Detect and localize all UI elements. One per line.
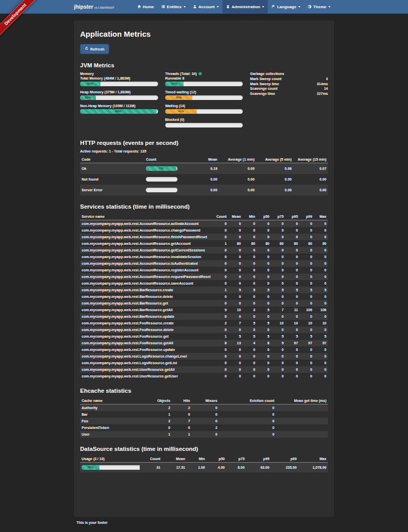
service-p95: 0 xyxy=(285,353,299,360)
service-p95: 0 xyxy=(285,346,299,353)
memory-bar-item: Heap Memory (375M / 1,883M) 20% xyxy=(80,90,158,100)
service-mean: 0 xyxy=(228,326,242,333)
service-p95: 0 xyxy=(285,273,299,280)
service-p95: 0 xyxy=(285,293,299,300)
chevron-down-icon xyxy=(262,6,264,8)
service-row: com.mycompany.myapp.web.rest.AccountReso… xyxy=(80,247,328,254)
service-name: com.mycompany.myapp.web.rest.FooResource… xyxy=(80,346,214,353)
brand[interactable]: jhipster v0.1-SNAPSHOT xyxy=(74,4,114,10)
gc-column: Garbage collections Mark Sweep count 3 M… xyxy=(250,72,328,132)
cache-misses: 0 xyxy=(192,431,219,438)
http-requests-summary: Active requests: 1 - Total requests: 135 xyxy=(80,149,328,153)
http-mean: 0.19 xyxy=(187,163,219,174)
service-min: 0 xyxy=(242,220,257,227)
gc-row: Mark Sweep time 314ms xyxy=(250,82,328,87)
nav-item-theme[interactable]: Theme xyxy=(304,0,334,13)
service-row: com.mycompany.myapp.web.rest.FooResource… xyxy=(80,333,328,340)
service-mean: 0 xyxy=(228,267,242,273)
service-max: 0 xyxy=(314,300,328,307)
service-mean: 0 xyxy=(228,300,242,307)
service-count: 0 xyxy=(214,366,228,373)
service-mean: 0 xyxy=(228,227,242,234)
cache-misses: 2 xyxy=(192,424,219,431)
service-max: 0 xyxy=(314,254,328,260)
gc-label: Scavenge time xyxy=(250,91,275,96)
service-mean: 0 xyxy=(228,234,242,240)
progress-bar: 26% xyxy=(80,82,158,86)
service-p50: 0 xyxy=(257,260,271,267)
thread-dump-icon[interactable] xyxy=(198,72,202,75)
refresh-button[interactable]: Refresh xyxy=(80,44,109,54)
service-count: 0 xyxy=(214,373,228,379)
service-p99: 5 xyxy=(299,333,314,340)
service-row: com.mycompany.myapp.web.rest.AccountReso… xyxy=(80,260,328,267)
cache-hits: 7 xyxy=(172,418,192,424)
service-name: com.mycompany.myapp.web.rest.AccountReso… xyxy=(80,260,214,267)
service-p95: 5 xyxy=(285,287,299,293)
service-p99: 10 xyxy=(299,320,314,326)
gc-value: 314ms xyxy=(317,82,328,87)
http-code: Server Error xyxy=(80,185,144,195)
col-objects: Objects xyxy=(149,397,172,404)
service-p95: 0 xyxy=(285,326,299,333)
service-name: com.mycompany.myapp.web.rest.AccountReso… xyxy=(80,234,214,240)
http-avg1: 0.00 xyxy=(219,174,256,185)
service-mean: 0 xyxy=(228,254,242,260)
col-avg5: Average (5 min) xyxy=(256,156,293,163)
service-p75: 0 xyxy=(271,273,285,280)
service-p99: 80 xyxy=(299,240,314,247)
http-avg5: 0.00 xyxy=(256,174,293,185)
service-p99: 106 xyxy=(299,307,314,313)
thread-bar-item: Blocked (0) xyxy=(165,118,243,128)
gc-value: 14 xyxy=(324,86,328,91)
nav-item-account[interactable]: Account xyxy=(189,0,222,13)
service-count: 0 xyxy=(214,234,228,240)
progress-bar: 35% xyxy=(165,95,243,100)
service-max: 106 xyxy=(314,307,328,313)
progress-fill: 41% xyxy=(165,109,197,114)
service-min: 0 xyxy=(242,273,257,280)
service-name: com.mycompany.myapp.web.rest.FooResource… xyxy=(80,326,214,333)
service-min: 5 xyxy=(242,333,257,340)
http-code: Not found xyxy=(80,174,144,185)
nav-item-entities[interactable]: Entities xyxy=(158,0,189,13)
service-p99: 0 xyxy=(299,326,314,333)
service-row: com.mycompany.myapp.web.rest.UserResourc… xyxy=(80,373,328,379)
service-count: 0 xyxy=(214,326,228,333)
service-p50: 0 xyxy=(257,280,271,287)
nav-item-administration[interactable]: Administration xyxy=(222,0,268,13)
service-p50: 0 xyxy=(257,326,271,333)
cache-name: Authority xyxy=(80,404,149,412)
navbar: jhipster v0.1-SNAPSHOT Home Entities Acc… xyxy=(0,0,408,14)
service-count: 1 xyxy=(214,240,228,247)
cache-objects: 1 xyxy=(149,431,172,438)
service-max: 0 xyxy=(314,353,328,360)
nav-item-home[interactable]: Home xyxy=(134,0,158,13)
cache-misses: 0 xyxy=(192,404,219,412)
service-mean: 0 xyxy=(228,220,242,227)
service-max: 0 xyxy=(314,260,328,267)
nav-item-language[interactable]: Language xyxy=(268,0,304,13)
bar-label: Timed waiting (12) xyxy=(165,90,243,94)
service-name: com.mycompany.myapp.web.rest.BarResource… xyxy=(80,307,214,313)
service-p50: 0 xyxy=(257,227,271,234)
service-name: com.mycompany.myapp.web.rest.AccountReso… xyxy=(80,280,214,287)
nav-item-label: Theme xyxy=(313,5,326,9)
thread-bar-item: Runnable 8 24% xyxy=(165,77,243,86)
service-p50: 0 xyxy=(257,300,271,307)
service-min: 3 xyxy=(242,307,257,313)
service-p50: 0 xyxy=(257,293,271,300)
service-min: 0 xyxy=(242,267,257,273)
service-p95: 0 xyxy=(285,267,299,273)
service-p95: 0 xyxy=(285,260,299,267)
service-max: 0 xyxy=(314,313,328,320)
service-p75: 0 xyxy=(271,326,285,333)
refresh-label: Refresh xyxy=(90,47,105,52)
col-misses: Misses xyxy=(192,397,219,404)
cache-evictions: 0 xyxy=(219,424,276,431)
cache-row: Bar 1 0 0 0 xyxy=(80,411,328,418)
ehcache-title: Ehcache statistics xyxy=(80,388,328,394)
http-avg15: 0.00 xyxy=(293,185,328,195)
service-name: com.mycompany.myapp.web.rest.UserResourc… xyxy=(80,366,214,373)
col-p95: p95 xyxy=(246,455,271,463)
